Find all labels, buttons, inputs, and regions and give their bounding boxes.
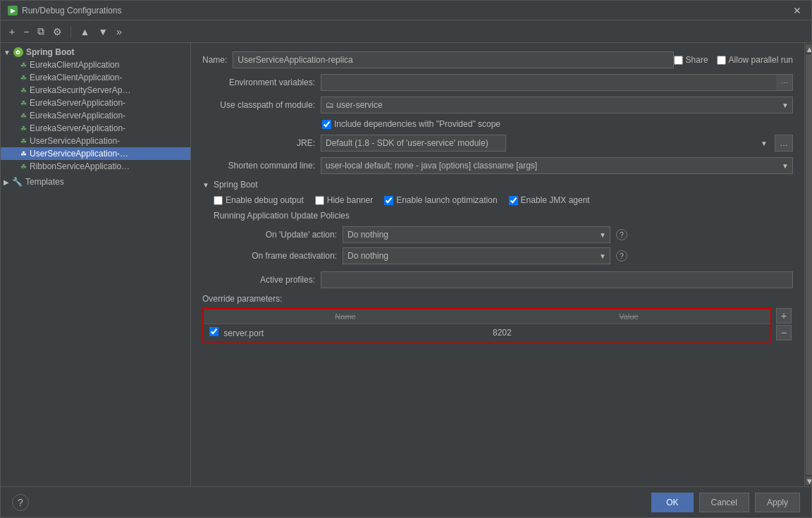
item-label: EurekaClientApplication <box>30 60 119 70</box>
sidebar-item-ribbon-service[interactable]: ☘ RibbonServiceApplicatio… <box>1 160 190 173</box>
sidebar-item-eureka-server-3[interactable]: ☘ EurekaServerApplication- <box>1 122 190 135</box>
frame-deactivation-help-icon[interactable]: ? <box>616 250 627 261</box>
classpath-row: Use classpath of module: 🗂 user-service … <box>202 97 793 113</box>
active-profiles-label: Active profiles: <box>202 275 315 285</box>
param-value: 8202 <box>493 328 512 338</box>
scrollbar-up-arrow[interactable]: ▲ <box>806 44 811 53</box>
sidebar-item-eureka-server-1[interactable]: ☘ EurekaServerApplication- <box>1 97 190 109</box>
run-debug-dialog: ▶ Run/Debug Configurations ✕ + − ⧉ ⚙ ▲ ▼… <box>0 0 812 518</box>
dialog-title: Run/Debug Configurations <box>22 6 121 16</box>
enable-launch-label[interactable]: Enable launch optimization <box>384 195 497 205</box>
sidebar-item-eureka-client-2[interactable]: ☘ EurekaClientApplication- <box>1 71 190 84</box>
name-input[interactable] <box>233 51 673 68</box>
update-action-help-icon[interactable]: ? <box>616 229 627 240</box>
bottom-right-buttons: OK Cancel Apply <box>651 493 800 512</box>
jre-select[interactable]: Default (1.8 - SDK of 'user-service' mod… <box>321 135 506 152</box>
sidebar: ▼ ✿ Spring Boot ☘ EurekaClientApplicatio… <box>1 43 191 486</box>
title-bar-left: ▶ Run/Debug Configurations <box>8 6 121 16</box>
wrench-icon: 🔧 <box>12 177 23 187</box>
override-params-table: Name Value server.port <box>204 309 770 341</box>
enable-debug-label[interactable]: Enable debug output <box>214 195 304 205</box>
close-button[interactable]: ✕ <box>790 4 804 18</box>
enable-debug-checkbox[interactable] <box>214 196 223 205</box>
share-label: Share <box>686 55 708 65</box>
move-down-button[interactable]: ▼ <box>95 25 111 39</box>
sidebar-item-eureka-server-2[interactable]: ☘ EurekaServerApplication- <box>1 109 190 122</box>
enable-launch-checkbox[interactable] <box>384 196 393 205</box>
help-button[interactable]: ? <box>12 494 29 511</box>
app-icon: ☘ <box>20 74 27 82</box>
move-up-button[interactable]: ▲ <box>77 25 92 39</box>
cancel-button[interactable]: Cancel <box>699 493 749 512</box>
override-params-label: Override parameters: <box>202 294 793 304</box>
add-param-button[interactable]: + <box>776 308 792 323</box>
hide-banner-text: Hide banner <box>327 195 373 205</box>
add-config-button[interactable]: + <box>6 25 18 39</box>
item-label: EurekaServerApplication- <box>30 98 125 108</box>
title-bar: ▶ Run/Debug Configurations ✕ <box>1 1 811 20</box>
scrollbar-down-arrow[interactable]: ▼ <box>806 476 811 485</box>
running-policies-section: Running Application Update Policies On '… <box>202 211 793 264</box>
more-options-button[interactable]: » <box>113 25 125 39</box>
copy-config-button[interactable]: ⧉ <box>35 24 47 39</box>
wrench-button[interactable]: ⚙ <box>50 25 65 39</box>
jre-label: JRE: <box>202 138 315 148</box>
enable-launch-text: Enable launch optimization <box>396 195 497 205</box>
allow-parallel-checkbox[interactable] <box>717 56 726 65</box>
ok-button[interactable]: OK <box>651 493 693 512</box>
app-icon: ☘ <box>20 61 27 69</box>
table-row[interactable]: server.port 8202 <box>204 324 770 342</box>
sidebar-item-user-service-1[interactable]: ☘ UserServiceApplication- <box>1 135 190 147</box>
app-icon: ☘ <box>20 150 27 158</box>
apply-button[interactable]: Apply <box>755 493 800 512</box>
templates-arrow: ▶ <box>4 178 9 186</box>
name-column-header: Name <box>204 309 487 324</box>
app-icon: ☘ <box>20 163 27 171</box>
main-with-scroll: Name: Share Allow parallel run <box>191 43 811 486</box>
frame-deactivation-label: On frame deactivation: <box>214 251 337 261</box>
bottom-bar: ? OK Cancel Apply <box>1 486 811 517</box>
item-label: EurekaServerApplication- <box>30 111 125 121</box>
share-checkbox[interactable] <box>674 56 683 65</box>
include-deps-checkbox[interactable] <box>322 120 331 129</box>
app-icon: ☘ <box>20 125 27 132</box>
sidebar-item-eureka-security[interactable]: ☘ EurekaSecurityServerAp… <box>1 84 190 97</box>
enable-jmx-checkbox[interactable] <box>509 196 518 205</box>
scrollbar-track[interactable]: ▲ ▼ <box>804 43 811 486</box>
hide-banner-checkbox[interactable] <box>315 196 324 205</box>
classpath-label: Use classpath of module: <box>202 100 315 110</box>
classpath-select[interactable]: 🗂 user-service <box>321 97 793 113</box>
remove-config-button[interactable]: − <box>20 25 32 39</box>
spring-boot-header: ▼ Spring Boot <box>202 180 793 190</box>
main-content: ▼ ✿ Spring Boot ☘ EurekaClientApplicatio… <box>1 43 811 486</box>
value-column-header: Value <box>487 309 770 324</box>
allow-parallel-label[interactable]: Allow parallel run <box>717 55 793 65</box>
include-deps-label[interactable]: Include dependencies with "Provided" sco… <box>322 119 500 129</box>
scrollbar-thumb[interactable] <box>806 54 811 475</box>
templates-section[interactable]: ▶ 🔧 Templates <box>1 175 190 188</box>
app-icon: ☘ <box>20 137 27 145</box>
sidebar-item-user-service-2[interactable]: ☘ UserServiceApplication-… <box>1 147 190 160</box>
spring-boot-section-header[interactable]: ▼ ✿ Spring Boot <box>1 46 190 58</box>
sidebar-item-eureka-client-1[interactable]: ☘ EurekaClientApplication <box>1 58 190 71</box>
share-checkbox-label[interactable]: Share <box>674 55 708 65</box>
short-command-label: Shorten command line: <box>202 161 315 171</box>
include-deps-text: Include dependencies with "Provided" sco… <box>334 119 500 129</box>
jre-more-button[interactable]: … <box>775 135 793 152</box>
jre-controls: Default (1.8 - SDK of 'user-service' mod… <box>321 135 793 152</box>
spring-boot-label: Spring Boot <box>26 47 75 57</box>
hide-banner-label[interactable]: Hide banner <box>315 195 373 205</box>
frame-deactivation-select[interactable]: Do nothing <box>343 247 610 264</box>
spring-boot-collapse-arrow[interactable]: ▼ <box>202 181 209 189</box>
update-action-select[interactable]: Do nothing <box>343 226 610 243</box>
param-name: server.port <box>223 328 264 338</box>
env-browse-button[interactable]: ⋯ <box>776 74 793 91</box>
short-command-select[interactable]: user-local default: none - java [options… <box>321 157 793 174</box>
enable-jmx-label[interactable]: Enable JMX agent <box>509 195 590 205</box>
include-deps-row: Include dependencies with "Provided" sco… <box>202 119 793 129</box>
env-vars-input[interactable] <box>321 74 793 91</box>
active-profiles-input[interactable] <box>321 271 793 288</box>
row-checkbox[interactable] <box>209 327 219 336</box>
name-header-row: Name: Share Allow parallel run <box>202 51 793 68</box>
remove-param-button[interactable]: − <box>776 325 792 340</box>
